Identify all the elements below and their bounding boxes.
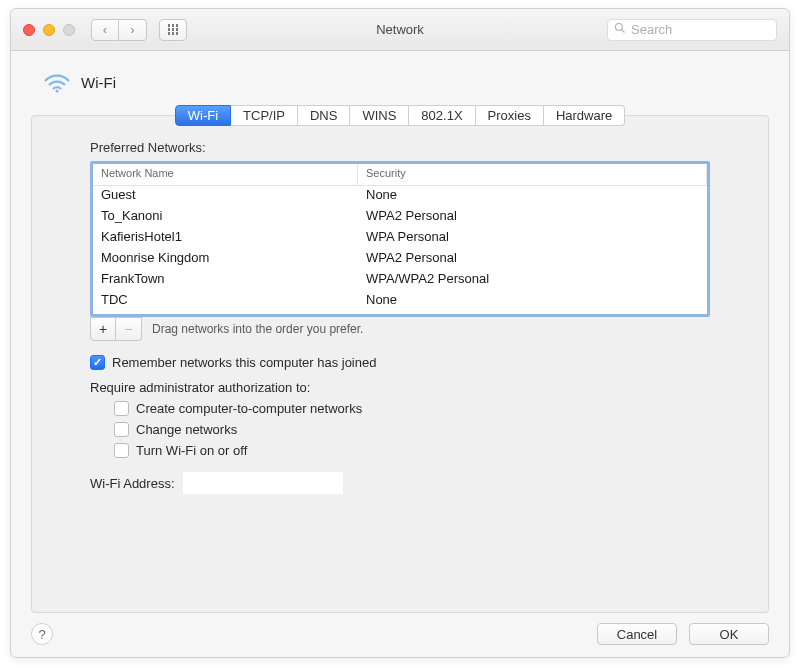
back-button[interactable]: ‹ bbox=[91, 19, 119, 41]
ok-button[interactable]: OK bbox=[689, 623, 769, 645]
titlebar: ‹ › Network Search bbox=[11, 9, 789, 51]
wifi-address-row: Wi-Fi Address: bbox=[90, 472, 710, 494]
col-network-name[interactable]: Network Name bbox=[93, 164, 358, 185]
wifi-address-label: Wi-Fi Address: bbox=[90, 476, 175, 491]
wifi-label: Wi-Fi bbox=[81, 74, 116, 91]
admin-auth-create-checkbox[interactable] bbox=[114, 401, 129, 416]
admin-auth-change-label: Change networks bbox=[136, 422, 237, 437]
footer: ? Cancel OK bbox=[31, 613, 769, 645]
add-network-button[interactable]: + bbox=[90, 317, 116, 341]
check-icon: ✓ bbox=[93, 356, 102, 369]
table-body[interactable]: Guest None To_Kanoni WPA2 Personal Kafie… bbox=[93, 186, 707, 314]
remember-networks-label: Remember networks this computer has join… bbox=[112, 355, 376, 370]
forward-button[interactable]: › bbox=[119, 19, 147, 41]
svg-line-1 bbox=[622, 30, 625, 33]
admin-auth-toggle-label: Turn Wi-Fi on or off bbox=[136, 443, 247, 458]
admin-auth-change-checkbox[interactable] bbox=[114, 422, 129, 437]
tab-wins[interactable]: WINS bbox=[350, 105, 409, 126]
help-icon: ? bbox=[38, 627, 45, 642]
table-actions: + − Drag networks into the order you pre… bbox=[90, 317, 710, 341]
admin-auth-change-row: Change networks bbox=[114, 422, 710, 437]
admin-auth-label: Require administrator authorization to: bbox=[90, 380, 710, 395]
chevron-right-icon: › bbox=[130, 22, 134, 37]
tab-tcpip[interactable]: TCP/IP bbox=[231, 105, 298, 126]
table-row[interactable]: KafierisHotel1 WPA Personal bbox=[93, 228, 707, 249]
preferred-networks-label: Preferred Networks: bbox=[90, 140, 710, 155]
minus-icon: − bbox=[124, 321, 132, 337]
col-security[interactable]: Security bbox=[358, 164, 707, 185]
pm-buttons: + − bbox=[90, 317, 142, 341]
help-button[interactable]: ? bbox=[31, 623, 53, 645]
nav-buttons: ‹ › bbox=[91, 19, 147, 41]
tab-proxies[interactable]: Proxies bbox=[476, 105, 544, 126]
wifi-icon bbox=[43, 71, 71, 93]
show-all-button[interactable] bbox=[159, 19, 187, 41]
wifi-address-field bbox=[183, 472, 343, 494]
table-header: Network Name Security bbox=[93, 164, 707, 186]
admin-auth-toggle-row: Turn Wi-Fi on or off bbox=[114, 443, 710, 458]
remove-network-button[interactable]: − bbox=[116, 317, 142, 341]
network-preferences-window: ‹ › Network Search bbox=[10, 8, 790, 658]
tab-hardware[interactable]: Hardware bbox=[544, 105, 625, 126]
wifi-panel: Preferred Networks: Network Name Securit… bbox=[31, 115, 769, 613]
svg-point-0 bbox=[616, 24, 623, 31]
close-button[interactable] bbox=[23, 24, 35, 36]
remember-networks-row: ✓ Remember networks this computer has jo… bbox=[90, 355, 710, 370]
footer-buttons: Cancel OK bbox=[597, 623, 769, 645]
search-icon bbox=[614, 22, 626, 37]
remember-networks-checkbox[interactable]: ✓ bbox=[90, 355, 105, 370]
tab-8021x[interactable]: 802.1X bbox=[409, 105, 475, 126]
cancel-button[interactable]: Cancel bbox=[597, 623, 677, 645]
table-row[interactable]: To_Kanoni WPA2 Personal bbox=[93, 207, 707, 228]
svg-point-2 bbox=[56, 90, 59, 93]
admin-auth-create-label: Create computer-to-computer networks bbox=[136, 401, 362, 416]
search-placeholder: Search bbox=[631, 22, 672, 37]
grid-icon bbox=[168, 24, 179, 35]
table-row[interactable]: FrankTown WPA/WPA2 Personal bbox=[93, 270, 707, 291]
search-input[interactable]: Search bbox=[607, 19, 777, 41]
admin-auth-create-row: Create computer-to-computer networks bbox=[114, 401, 710, 416]
table-row[interactable]: TDC None bbox=[93, 291, 707, 312]
minimize-button[interactable] bbox=[43, 24, 55, 36]
preferred-networks-table: Network Name Security Guest None To_Kano… bbox=[90, 161, 710, 317]
zoom-button[interactable] bbox=[63, 24, 75, 36]
wifi-header: Wi-Fi bbox=[31, 65, 769, 105]
table-row[interactable]: Moonrise Kingdom WPA2 Personal bbox=[93, 249, 707, 270]
table-row[interactable]: Guest None bbox=[93, 186, 707, 207]
plus-icon: + bbox=[99, 321, 107, 337]
drag-hint: Drag networks into the order you prefer. bbox=[152, 322, 363, 336]
traffic-lights bbox=[23, 24, 75, 36]
chevron-left-icon: ‹ bbox=[103, 22, 107, 37]
body: Wi-Fi Wi-Fi TCP/IP DNS WINS 802.1X Proxi… bbox=[11, 51, 789, 657]
tab-wifi[interactable]: Wi-Fi bbox=[175, 105, 231, 126]
tab-dns[interactable]: DNS bbox=[298, 105, 350, 126]
tabs: Wi-Fi TCP/IP DNS WINS 802.1X Proxies Har… bbox=[31, 105, 769, 126]
admin-auth-toggle-checkbox[interactable] bbox=[114, 443, 129, 458]
